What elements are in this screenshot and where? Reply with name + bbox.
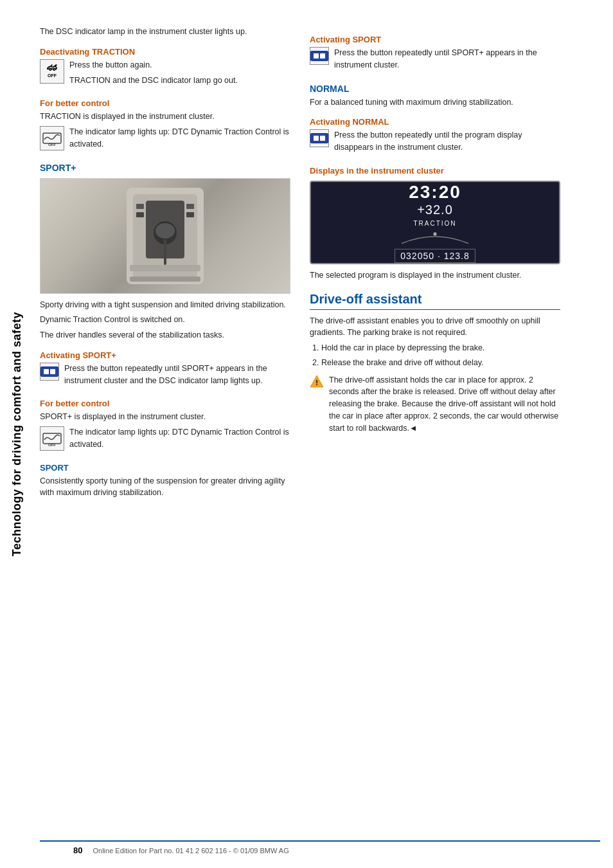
drive-off-step-1: Hold the car in place by depressing the … xyxy=(321,342,560,354)
sport-btn-dot-1 xyxy=(314,53,319,59)
deactivating-traction-text: Press the button again. TRACTION and the… xyxy=(69,59,238,90)
svg-rect-10 xyxy=(130,265,200,271)
for-better-control-1-row: OFF The indicator lamp lights up: DTC Dy… xyxy=(40,126,290,154)
for-better-control-2-heading: For better control xyxy=(40,399,290,408)
for-better-control-2-row: OFF The indicator lamp lights up: DTC Dy… xyxy=(40,426,290,454)
cluster-temp: +32.0 xyxy=(417,203,453,217)
btn-dot-2 xyxy=(50,369,55,374)
for-better-control-1-text: TRACTION is displayed in the instrument … xyxy=(40,111,290,123)
sidebar: Technology for driving comfort and safet… xyxy=(0,0,33,868)
dtc-off-icon-inner: 🏎 OFF xyxy=(42,62,62,81)
sport-plus-btn xyxy=(40,366,58,377)
footer-text: Online Edition for Part no. 01 41 2 602 … xyxy=(93,847,289,854)
activating-normal-text: Press the button repeatedly until the pr… xyxy=(334,129,560,154)
normal-btn-dot-1 xyxy=(314,136,319,141)
svg-rect-11 xyxy=(130,276,200,282)
deactivating-traction-heading: Deactivating TRACTION xyxy=(40,47,290,57)
svg-rect-12 xyxy=(136,204,144,209)
activating-sport-heading: Activating SPORT xyxy=(310,35,560,44)
two-col-layout: The DSC indicator lamp in the instrument… xyxy=(40,26,600,840)
btn-dot-1 xyxy=(44,369,49,374)
activating-sport-plus-heading: Activating SPORT+ xyxy=(40,350,290,360)
svg-rect-14 xyxy=(186,204,194,209)
normal-btn xyxy=(310,133,328,143)
svg-point-8 xyxy=(155,223,175,239)
svg-text:!: ! xyxy=(315,379,318,386)
deactivating-traction-row: 🏎 OFF Press the button again. TRACTION a… xyxy=(40,59,290,90)
gear-image-inner xyxy=(40,179,290,293)
cluster-caption: The selected program is displayed in the… xyxy=(310,269,560,282)
sport-plus-desc1: Sporty driving with a tight suspension a… xyxy=(40,299,290,311)
svg-rect-13 xyxy=(136,212,144,217)
traction-off-icon: 🏎 OFF xyxy=(40,59,64,84)
sport-btn xyxy=(310,51,328,61)
normal-btn-icon xyxy=(310,129,329,147)
sport-heading: SPORT xyxy=(40,463,290,473)
warning-box: ! The drive-off assistant holds the car … xyxy=(310,374,560,438)
normal-btn-dot-2 xyxy=(320,136,325,141)
gear-shift-svg xyxy=(88,181,242,291)
sidebar-text: Technology for driving comfort and safet… xyxy=(10,312,24,556)
normal-heading: NORMAL xyxy=(310,84,560,94)
drive-off-heading: Drive-off assistant xyxy=(310,292,560,310)
svg-text:OFF: OFF xyxy=(48,443,56,447)
sport-plus-desc3: The driver handles several of the stabil… xyxy=(40,329,290,341)
cluster-odo: 032050 · 123.8 xyxy=(395,249,475,263)
drive-off-warning: The drive-off assistant holds the car in… xyxy=(329,374,560,435)
svg-text:🏎: 🏎 xyxy=(47,62,57,73)
activating-normal-row: Press the button repeatedly until the pr… xyxy=(310,129,560,157)
for-better-control-1-heading: For better control xyxy=(40,98,290,108)
activating-sport-plus-text: Press the button repeatedly until SPORT+… xyxy=(64,363,290,387)
main-content: The DSC indicator lamp in the instrument… xyxy=(33,0,613,868)
for-better-control-1-indicator: The indicator lamp lights up: DTC Dynami… xyxy=(69,126,290,150)
drive-off-intro: The drive-off assistant enables you to d… xyxy=(310,315,560,339)
svg-point-18 xyxy=(433,232,436,235)
drive-off-step-2: Release the brake and drive off without … xyxy=(321,357,560,369)
activating-sport-plus-row: Press the button repeatedly until SPORT+… xyxy=(40,363,290,390)
deactivating-traction-step2: TRACTION and the DSC indicator lamp go o… xyxy=(69,75,238,87)
displays-heading: Displays in the instrument cluster xyxy=(310,166,560,176)
dtc-icon-1: OFF xyxy=(40,126,64,150)
sport-plus-btn-icon xyxy=(40,363,59,381)
drive-off-steps: Hold the car in place by depressing the … xyxy=(310,342,560,369)
for-better-control-2-indicator: The indicator lamp lights up: DTC Dynami… xyxy=(69,426,290,451)
left-column: The DSC indicator lamp in the instrument… xyxy=(40,26,290,840)
sport-plus-desc2: Dynamic Traction Control is switched on. xyxy=(40,314,290,326)
sport-desc: Consistently sporty tuning of the suspen… xyxy=(40,475,290,500)
cluster-traction: TRACTION xyxy=(413,220,456,227)
deactivating-traction-step1: Press the button again. xyxy=(69,59,238,71)
normal-desc: For a balanced tuning with maximum drivi… xyxy=(310,96,560,109)
dtc-icon-2: OFF xyxy=(40,426,64,451)
svg-rect-9 xyxy=(164,239,166,265)
right-column: Activating SPORT Press the button repeat… xyxy=(310,26,560,840)
cluster-display: 23:20 +32.0 TRACTION 032050 · 123.8 xyxy=(310,181,560,264)
svg-rect-15 xyxy=(186,212,194,217)
svg-text:OFF: OFF xyxy=(48,143,56,147)
for-better-control-2-text: SPORT+ is displayed in the instrument cl… xyxy=(40,411,290,423)
intro-text: The DSC indicator lamp in the instrument… xyxy=(40,26,290,38)
activating-normal-heading: Activating NORMAL xyxy=(310,117,560,127)
sport-btn-icon xyxy=(310,47,329,65)
page-number: 80 xyxy=(73,845,82,855)
sport-btn-dot-2 xyxy=(320,53,325,59)
cluster-time: 23:20 xyxy=(409,182,461,203)
activating-sport-text: Press the button repeatedly until SPORT+… xyxy=(334,47,560,71)
cluster-arc-svg xyxy=(390,230,480,246)
gear-shift-image xyxy=(40,178,290,294)
page-container: Technology for driving comfort and safet… xyxy=(0,0,613,868)
warning-triangle-icon: ! xyxy=(310,374,324,388)
activating-sport-row: Press the button repeatedly until SPORT+… xyxy=(310,47,560,75)
footer: 80 Online Edition for Part no. 01 41 2 6… xyxy=(40,840,600,855)
svg-text:OFF: OFF xyxy=(48,73,57,78)
sport-plus-heading: SPORT+ xyxy=(40,163,290,173)
